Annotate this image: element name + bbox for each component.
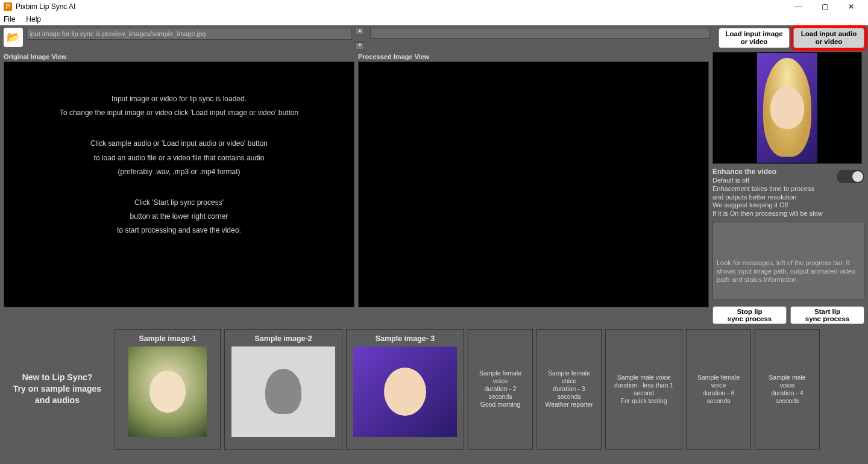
- window-title: Pixbim Lip Sync AI: [16, 2, 75, 11]
- sample-image-3[interactable]: Sample image- 3: [346, 329, 464, 450]
- input-audio-path-field[interactable]: [370, 28, 710, 39]
- start-lip-sync-button[interactable]: Start lip sync process: [790, 306, 864, 324]
- processed-image-view: [358, 61, 709, 307]
- sample-image-3-thumb: [353, 346, 457, 437]
- sample-image-1-title: Sample image-1: [139, 333, 196, 346]
- a2-l1: Sample female voice: [543, 369, 595, 385]
- stop-l2: sync process: [728, 315, 772, 322]
- orig-p3-l2: button at the lower right corner: [117, 210, 241, 224]
- a5-l1: Sample male voice: [761, 374, 813, 389]
- right-column: Enhance the video Default is off Enhacem…: [712, 52, 864, 324]
- menu-file[interactable]: File: [4, 15, 15, 24]
- preview-thumbnail: [757, 53, 817, 163]
- a3-l2: duration - less than 1 second: [612, 381, 676, 397]
- a1-l2: duration - 2 seconds: [474, 385, 526, 401]
- load-image-l1: Load input image: [719, 30, 789, 38]
- enhance-block: Enhance the video Default is off Enhacem…: [712, 168, 864, 218]
- orig-p2-l2: to load an audio file or a video file th…: [90, 151, 268, 165]
- a4-l2: duration - 6 seconds: [693, 389, 744, 405]
- menu-help[interactable]: Help: [26, 15, 41, 24]
- close-button[interactable]: ✕: [838, 0, 864, 13]
- sample-image-3-title: Sample image- 3: [376, 333, 435, 346]
- folder-icon: 📂: [7, 31, 20, 44]
- a2-l2: duration - 3 seconds: [543, 385, 595, 401]
- menubar: File Help: [0, 13, 868, 25]
- sample-audio-3[interactable]: Sample male voice duration - less than 1…: [605, 329, 682, 450]
- input-image-path-field[interactable]: iput image for lip sync is preview_image…: [27, 28, 352, 40]
- load-image-l2: or video: [719, 38, 789, 46]
- top-row: 📂 iput image for lip sync is preview_ima…: [4, 28, 864, 49]
- enhance-l3: and outputs better resolution: [712, 193, 832, 202]
- processed-image-panel: Processed Image View: [358, 52, 709, 324]
- enhance-l2: Enhacement takes time to process: [712, 185, 832, 193]
- samples-row: New to Lip Sync? Try on sample images an…: [4, 329, 864, 450]
- orig-p1-l2: To change the input image or video click…: [60, 106, 298, 120]
- a3-l3: For quick testing: [620, 397, 667, 405]
- intro-l3: and audios: [35, 395, 80, 406]
- minimize-button[interactable]: —: [785, 0, 811, 13]
- original-image-panel: Original Image View Input image or video…: [4, 52, 354, 324]
- intro-text: New to Lip Sync? Try on sample images an…: [4, 329, 111, 450]
- enhance-l1: Default is off: [712, 177, 832, 185]
- enhance-toggle[interactable]: [837, 170, 864, 183]
- a3-l1: Sample male voice: [617, 374, 671, 381]
- spinner-down-icon[interactable]: ▼: [356, 42, 364, 49]
- original-image-view: Input image or video for lip sync is loa…: [4, 61, 354, 307]
- sample-image-2[interactable]: Sample image-2: [224, 329, 342, 450]
- orig-p2-l3: (preferably .wav, .mp3 or .mp4 format): [90, 165, 268, 179]
- messages-text: Look for messages, left of the progress …: [717, 259, 855, 284]
- spinner-up-icon[interactable]: ▲: [356, 28, 364, 35]
- sample-audio-2[interactable]: Sample female voice duration - 3 seconds…: [536, 329, 602, 450]
- preview-thumbnail-box: [712, 52, 862, 164]
- load-input-audio-button[interactable]: Load input audio or video: [793, 28, 864, 48]
- start-l2: sync process: [805, 315, 850, 322]
- open-folder-button[interactable]: 📂: [4, 28, 23, 47]
- enhance-l5: If it is On then processing will be slow: [712, 210, 832, 218]
- a1-l3: Good morning: [480, 401, 521, 409]
- orig-p2-l1: Click sample audio or 'Load input audio …: [90, 137, 268, 151]
- intro-l2: Try on sample images: [13, 383, 101, 395]
- original-image-label: Original Image View: [4, 52, 354, 61]
- sample-image-2-thumb: [231, 346, 335, 437]
- stop-l1: Stop lip: [737, 308, 762, 315]
- load-audio-l2: or video: [794, 38, 864, 46]
- toggle-knob-icon: [852, 171, 863, 182]
- a2-l3: Weather reporter: [545, 401, 593, 409]
- processed-image-label: Processed Image View: [358, 52, 709, 61]
- orig-p3-l1: Click 'Start lip sync process': [117, 196, 241, 210]
- messages-box: Look for messages, left of the progress …: [712, 222, 864, 300]
- path-spinner: ▲ ▼: [356, 28, 364, 49]
- sample-audio-1[interactable]: Sample female voice duration - 2 seconds…: [468, 329, 533, 450]
- sample-image-1-thumb: [128, 346, 207, 437]
- sample-image-1[interactable]: Sample image-1: [115, 329, 221, 450]
- load-audio-l1: Load input audio: [794, 30, 864, 38]
- titlebar: P Pixbim Lip Sync AI — ▢ ✕: [0, 0, 868, 13]
- a5-l2: duration - 4 seconds: [761, 389, 813, 405]
- orig-p3-l3: to start processing and save the video.: [117, 224, 241, 237]
- maximize-button[interactable]: ▢: [811, 0, 838, 13]
- intro-l1: New to Lip Sync?: [22, 372, 93, 383]
- sample-image-2-title: Sample image-2: [254, 333, 312, 346]
- sample-audio-5[interactable]: Sample male voice duration - 4 seconds: [755, 329, 820, 450]
- sample-audio-4[interactable]: Sample female voice duration - 6 seconds: [686, 329, 751, 450]
- start-l1: Start lip: [814, 308, 840, 315]
- load-input-image-button[interactable]: Load input image or video: [719, 28, 790, 48]
- enhance-title: Enhance the video: [712, 168, 832, 177]
- a4-l1: Sample female voice: [693, 374, 744, 389]
- a1-l1: Sample female voice: [474, 369, 526, 385]
- app-icon: P: [4, 2, 12, 11]
- stop-lip-sync-button[interactable]: Stop lip sync process: [712, 306, 787, 324]
- enhance-l4: We suggest keeping it Off: [712, 201, 832, 210]
- orig-p1-l1: Input image or video for lip sync is loa…: [60, 92, 298, 106]
